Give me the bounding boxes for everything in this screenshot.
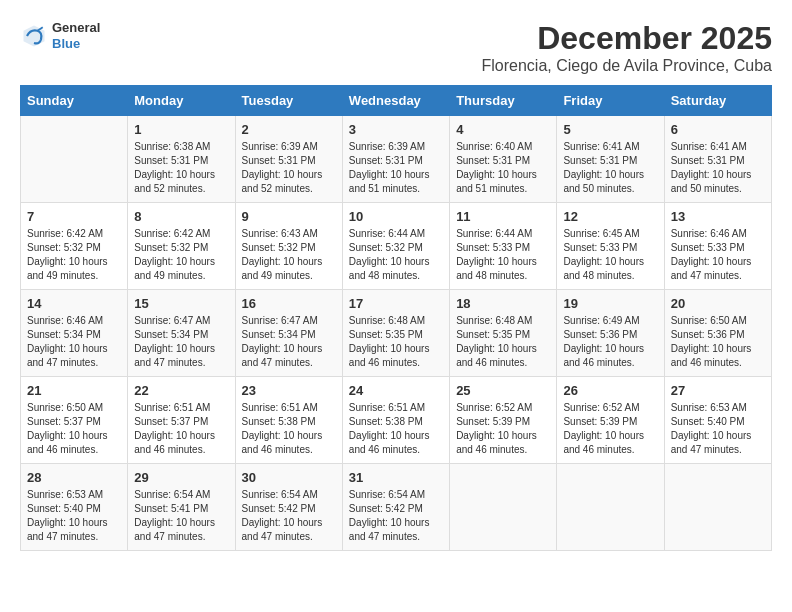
day-info: Sunrise: 6:46 AMSunset: 5:34 PMDaylight:… <box>27 314 121 370</box>
col-header-sunday: Sunday <box>21 86 128 116</box>
day-number: 28 <box>27 470 121 485</box>
day-number: 18 <box>456 296 550 311</box>
day-info: Sunrise: 6:49 AMSunset: 5:36 PMDaylight:… <box>563 314 657 370</box>
day-info: Sunrise: 6:39 AMSunset: 5:31 PMDaylight:… <box>349 140 443 196</box>
day-number: 2 <box>242 122 336 137</box>
page-header: General Blue December 2025 Florencia, Ci… <box>20 20 772 75</box>
calendar-cell: 9Sunrise: 6:43 AMSunset: 5:32 PMDaylight… <box>235 203 342 290</box>
calendar-subtitle: Florencia, Ciego de Avila Province, Cuba <box>481 57 772 75</box>
calendar-cell: 12Sunrise: 6:45 AMSunset: 5:33 PMDayligh… <box>557 203 664 290</box>
calendar-title: December 2025 <box>481 20 772 57</box>
calendar-cell: 17Sunrise: 6:48 AMSunset: 5:35 PMDayligh… <box>342 290 449 377</box>
calendar-cell: 15Sunrise: 6:47 AMSunset: 5:34 PMDayligh… <box>128 290 235 377</box>
day-info: Sunrise: 6:40 AMSunset: 5:31 PMDaylight:… <box>456 140 550 196</box>
day-number: 6 <box>671 122 765 137</box>
col-header-friday: Friday <box>557 86 664 116</box>
calendar-week-row: 7Sunrise: 6:42 AMSunset: 5:32 PMDaylight… <box>21 203 772 290</box>
day-info: Sunrise: 6:47 AMSunset: 5:34 PMDaylight:… <box>134 314 228 370</box>
day-number: 30 <box>242 470 336 485</box>
calendar-cell: 26Sunrise: 6:52 AMSunset: 5:39 PMDayligh… <box>557 377 664 464</box>
calendar-cell: 20Sunrise: 6:50 AMSunset: 5:36 PMDayligh… <box>664 290 771 377</box>
day-info: Sunrise: 6:50 AMSunset: 5:37 PMDaylight:… <box>27 401 121 457</box>
day-number: 13 <box>671 209 765 224</box>
day-number: 15 <box>134 296 228 311</box>
day-number: 12 <box>563 209 657 224</box>
col-header-wednesday: Wednesday <box>342 86 449 116</box>
calendar-cell: 28Sunrise: 6:53 AMSunset: 5:40 PMDayligh… <box>21 464 128 551</box>
day-number: 10 <box>349 209 443 224</box>
calendar-cell: 2Sunrise: 6:39 AMSunset: 5:31 PMDaylight… <box>235 116 342 203</box>
day-number: 14 <box>27 296 121 311</box>
day-number: 27 <box>671 383 765 398</box>
calendar-cell: 25Sunrise: 6:52 AMSunset: 5:39 PMDayligh… <box>450 377 557 464</box>
calendar-table: SundayMondayTuesdayWednesdayThursdayFrid… <box>20 85 772 551</box>
calendar-cell <box>450 464 557 551</box>
day-info: Sunrise: 6:44 AMSunset: 5:33 PMDaylight:… <box>456 227 550 283</box>
day-number: 8 <box>134 209 228 224</box>
calendar-week-row: 21Sunrise: 6:50 AMSunset: 5:37 PMDayligh… <box>21 377 772 464</box>
day-number: 3 <box>349 122 443 137</box>
logo-line1: General <box>52 20 100 36</box>
calendar-cell: 8Sunrise: 6:42 AMSunset: 5:32 PMDaylight… <box>128 203 235 290</box>
day-number: 25 <box>456 383 550 398</box>
calendar-cell: 14Sunrise: 6:46 AMSunset: 5:34 PMDayligh… <box>21 290 128 377</box>
day-number: 1 <box>134 122 228 137</box>
logo-line2: Blue <box>52 36 100 52</box>
day-info: Sunrise: 6:52 AMSunset: 5:39 PMDaylight:… <box>563 401 657 457</box>
day-number: 5 <box>563 122 657 137</box>
day-info: Sunrise: 6:51 AMSunset: 5:38 PMDaylight:… <box>349 401 443 457</box>
calendar-cell: 13Sunrise: 6:46 AMSunset: 5:33 PMDayligh… <box>664 203 771 290</box>
calendar-cell: 4Sunrise: 6:40 AMSunset: 5:31 PMDaylight… <box>450 116 557 203</box>
calendar-cell: 21Sunrise: 6:50 AMSunset: 5:37 PMDayligh… <box>21 377 128 464</box>
logo-icon <box>20 22 48 50</box>
day-info: Sunrise: 6:38 AMSunset: 5:31 PMDaylight:… <box>134 140 228 196</box>
day-number: 26 <box>563 383 657 398</box>
calendar-cell: 23Sunrise: 6:51 AMSunset: 5:38 PMDayligh… <box>235 377 342 464</box>
logo: General Blue <box>20 20 100 51</box>
day-info: Sunrise: 6:41 AMSunset: 5:31 PMDaylight:… <box>563 140 657 196</box>
day-info: Sunrise: 6:42 AMSunset: 5:32 PMDaylight:… <box>134 227 228 283</box>
calendar-cell: 19Sunrise: 6:49 AMSunset: 5:36 PMDayligh… <box>557 290 664 377</box>
logo-text: General Blue <box>52 20 100 51</box>
day-number: 21 <box>27 383 121 398</box>
day-info: Sunrise: 6:41 AMSunset: 5:31 PMDaylight:… <box>671 140 765 196</box>
calendar-cell: 22Sunrise: 6:51 AMSunset: 5:37 PMDayligh… <box>128 377 235 464</box>
day-number: 9 <box>242 209 336 224</box>
calendar-cell: 30Sunrise: 6:54 AMSunset: 5:42 PMDayligh… <box>235 464 342 551</box>
calendar-week-row: 28Sunrise: 6:53 AMSunset: 5:40 PMDayligh… <box>21 464 772 551</box>
day-number: 22 <box>134 383 228 398</box>
day-info: Sunrise: 6:39 AMSunset: 5:31 PMDaylight:… <box>242 140 336 196</box>
day-info: Sunrise: 6:53 AMSunset: 5:40 PMDaylight:… <box>27 488 121 544</box>
day-info: Sunrise: 6:42 AMSunset: 5:32 PMDaylight:… <box>27 227 121 283</box>
calendar-cell: 1Sunrise: 6:38 AMSunset: 5:31 PMDaylight… <box>128 116 235 203</box>
col-header-monday: Monday <box>128 86 235 116</box>
day-info: Sunrise: 6:45 AMSunset: 5:33 PMDaylight:… <box>563 227 657 283</box>
day-number: 31 <box>349 470 443 485</box>
calendar-cell: 31Sunrise: 6:54 AMSunset: 5:42 PMDayligh… <box>342 464 449 551</box>
day-info: Sunrise: 6:54 AMSunset: 5:42 PMDaylight:… <box>242 488 336 544</box>
title-block: December 2025 Florencia, Ciego de Avila … <box>481 20 772 75</box>
day-info: Sunrise: 6:47 AMSunset: 5:34 PMDaylight:… <box>242 314 336 370</box>
col-header-saturday: Saturday <box>664 86 771 116</box>
calendar-cell: 27Sunrise: 6:53 AMSunset: 5:40 PMDayligh… <box>664 377 771 464</box>
day-number: 24 <box>349 383 443 398</box>
day-number: 11 <box>456 209 550 224</box>
day-number: 23 <box>242 383 336 398</box>
day-info: Sunrise: 6:48 AMSunset: 5:35 PMDaylight:… <box>456 314 550 370</box>
calendar-header-row: SundayMondayTuesdayWednesdayThursdayFrid… <box>21 86 772 116</box>
calendar-cell: 11Sunrise: 6:44 AMSunset: 5:33 PMDayligh… <box>450 203 557 290</box>
calendar-cell: 10Sunrise: 6:44 AMSunset: 5:32 PMDayligh… <box>342 203 449 290</box>
day-info: Sunrise: 6:51 AMSunset: 5:38 PMDaylight:… <box>242 401 336 457</box>
day-number: 4 <box>456 122 550 137</box>
day-number: 7 <box>27 209 121 224</box>
calendar-cell: 16Sunrise: 6:47 AMSunset: 5:34 PMDayligh… <box>235 290 342 377</box>
calendar-cell: 7Sunrise: 6:42 AMSunset: 5:32 PMDaylight… <box>21 203 128 290</box>
day-info: Sunrise: 6:51 AMSunset: 5:37 PMDaylight:… <box>134 401 228 457</box>
calendar-cell: 6Sunrise: 6:41 AMSunset: 5:31 PMDaylight… <box>664 116 771 203</box>
calendar-cell: 18Sunrise: 6:48 AMSunset: 5:35 PMDayligh… <box>450 290 557 377</box>
calendar-cell: 3Sunrise: 6:39 AMSunset: 5:31 PMDaylight… <box>342 116 449 203</box>
col-header-tuesday: Tuesday <box>235 86 342 116</box>
calendar-week-row: 1Sunrise: 6:38 AMSunset: 5:31 PMDaylight… <box>21 116 772 203</box>
day-info: Sunrise: 6:54 AMSunset: 5:41 PMDaylight:… <box>134 488 228 544</box>
day-info: Sunrise: 6:48 AMSunset: 5:35 PMDaylight:… <box>349 314 443 370</box>
